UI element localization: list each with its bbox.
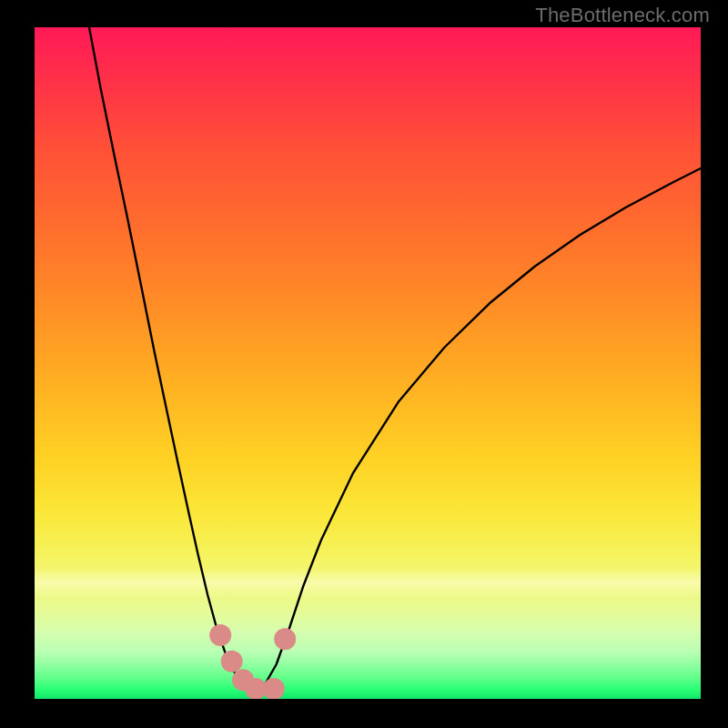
left-branch-curve (89, 27, 256, 693)
watermark-text: TheBottleneck.com (535, 4, 710, 27)
marker-dot (209, 624, 231, 646)
highlight-markers (209, 624, 296, 699)
marker-dot (274, 628, 296, 650)
right-branch-curve (256, 168, 701, 693)
curves-layer (35, 27, 701, 699)
chart-frame: TheBottleneck.com (0, 0, 728, 728)
plot-area (35, 27, 701, 699)
marker-dot (263, 678, 285, 699)
marker-dot (221, 651, 243, 672)
